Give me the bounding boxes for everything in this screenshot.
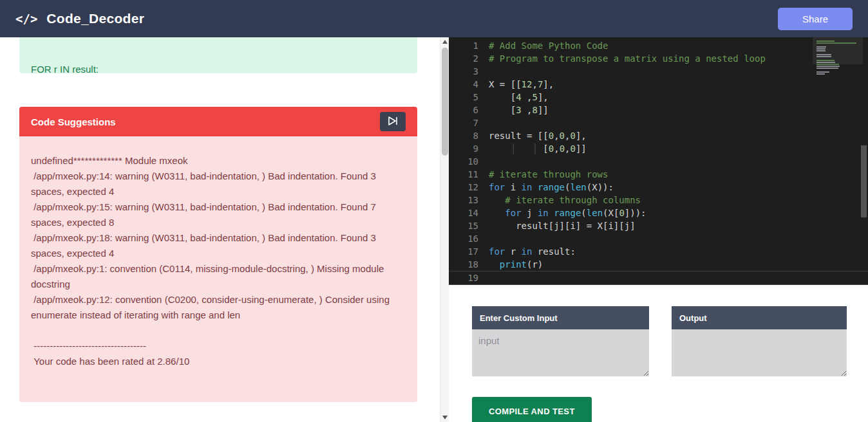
io-row: Enter Custom Input Output	[472, 306, 868, 376]
main-area: FOR r IN result: OUTPUT(r) Code Suggesti…	[0, 37, 868, 422]
editor-line: 18 print(r)	[449, 258, 868, 271]
editor-line: 17for r in result:	[449, 245, 868, 258]
editor-line: 13 # iterate through columns	[449, 194, 868, 206]
pseudocode-lines: FOR r IN result: OUTPUT(r)	[31, 62, 406, 73]
pseudocode-box: FOR r IN result: OUTPUT(r)	[19, 37, 417, 73]
code-suggestions-title: Code Suggestions	[31, 116, 116, 127]
output-header: Output	[672, 306, 847, 329]
left-panel-scrollbar[interactable]	[440, 37, 449, 422]
suggestion-line: /app/mxeok.py:15: warning (W0311, bad-in…	[31, 199, 406, 230]
run-suggestions-button[interactable]	[380, 112, 406, 131]
custom-input-header: Enter Custom Input	[472, 306, 649, 329]
code-editor[interactable]: 1# Add Some Python Code2# Program to tra…	[449, 37, 868, 285]
editor-line: 3	[449, 65, 868, 78]
editor-line: 11# iterate through rows	[449, 168, 868, 181]
editor-line: 16	[449, 232, 868, 245]
code-logo-icon: </>	[15, 12, 37, 26]
editor-scrollbar-thumb[interactable]	[861, 145, 867, 217]
editor-line: 1# Add Some Python Code	[449, 39, 868, 52]
suggestion-line: /app/mxeok.py:12: convention (C0200, con…	[31, 292, 406, 323]
editor-line: 12for i in range(len(X)):	[449, 181, 868, 194]
scroll-up-icon[interactable]	[440, 37, 449, 46]
app-window: </> Code_Decoder Share FOR r IN result: …	[0, 0, 868, 422]
output-box: Output	[672, 306, 847, 376]
custom-input-textarea[interactable]	[472, 329, 649, 376]
app-title: Code_Decoder	[46, 11, 144, 26]
suggestion-line: Your code has been rated at 2.86/10	[31, 354, 406, 369]
code-suggestions-header: Code Suggestions	[19, 107, 417, 136]
editor-line: 7	[449, 116, 868, 129]
scrollbar-thumb[interactable]	[442, 48, 448, 156]
editor-line: 19	[449, 271, 868, 285]
editor-line: 5 [4 ,5],	[449, 91, 868, 104]
output-textarea[interactable]	[672, 329, 847, 376]
suggestion-line	[31, 323, 406, 338]
editor-line: 9 │ │ [0,0,0]]	[449, 142, 868, 155]
right-panel: 1# Add Some Python Code2# Program to tra…	[449, 37, 868, 422]
share-button[interactable]: Share	[778, 8, 853, 30]
editor-line: 6 [3 ,8]]	[449, 104, 868, 116]
editor-line: 14 for j in range(len(X[0])):	[449, 206, 868, 219]
editor-minimap[interactable]	[816, 40, 859, 77]
suggestion-line: /app/mxeok.py:18: warning (W0311, bad-in…	[31, 230, 406, 261]
suggestion-line: undefined************* Module mxeok	[31, 153, 406, 169]
editor-line: 15 result[j][i] = X[i][j]	[449, 219, 868, 232]
editor-line: 8result = [[0,0,0],	[449, 129, 868, 142]
suggestion-line: -----------------------------------	[31, 338, 406, 354]
compile-and-test-button[interactable]: COMPILE AND TEST	[472, 397, 592, 422]
play-next-icon	[386, 116, 399, 128]
editor-line: 10	[449, 155, 868, 168]
editor-line: 4X = [[12,7],	[449, 78, 868, 91]
custom-input-box: Enter Custom Input	[472, 306, 649, 376]
suggestions-body: undefined************* Module mxeok /app…	[19, 136, 417, 402]
left-panel: FOR r IN result: OUTPUT(r) Code Suggesti…	[0, 37, 440, 422]
editor-lines: 1# Add Some Python Code2# Program to tra…	[449, 39, 868, 285]
editor-line: 2# Program to transpose a matrix using a…	[449, 52, 868, 65]
suggestion-line: /app/mxeok.py:1: convention (C0114, miss…	[31, 261, 406, 292]
suggestion-line: /app/mxeok.py:14: warning (W0311, bad-in…	[31, 169, 406, 199]
app-header: </> Code_Decoder Share	[0, 0, 868, 37]
scroll-down-icon[interactable]	[440, 413, 449, 422]
